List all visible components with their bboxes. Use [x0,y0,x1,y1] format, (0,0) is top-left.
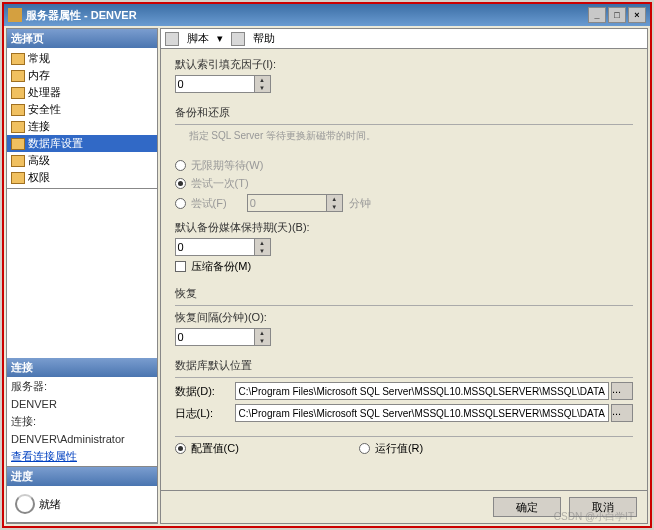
log-path-input[interactable]: C:\Program Files\Microsoft SQL Server\MS… [235,404,609,422]
data-browse-button[interactable]: ... [611,382,633,400]
radio-wait-indef[interactable] [175,160,186,171]
page-icon [11,155,25,167]
radio-try-once[interactable] [175,178,186,189]
page-icon [11,87,25,99]
page-icon [11,172,25,184]
try-for-input[interactable]: 0 [247,194,327,212]
page-icon [11,53,25,65]
sidebar-item-security[interactable]: 安全性 [7,101,157,118]
recovery-spinner[interactable]: ▲▼ [255,328,271,346]
server-value: DENVER [7,396,157,412]
sidebar-item-processors[interactable]: 处理器 [7,84,157,101]
watermark: CSDN @小白学IT [554,510,634,524]
default-location-label: 数据库默认位置 [175,358,633,373]
log-browse-button[interactable]: ... [611,404,633,422]
data-path-input[interactable]: C:\Program Files\Microsoft SQL Server\MS… [235,382,609,400]
sidebar-item-memory[interactable]: 内存 [7,67,157,84]
divider [175,377,633,378]
sidebar-item-database-settings[interactable]: 数据库设置 [7,135,157,152]
retain-label: 默认备份媒体保持期(天)(B): [175,220,633,235]
connection-label: 连接: [7,412,157,431]
sidebar: 选择页 常规 内存 处理器 安全性 连接 数据库设置 高级 权限 连接 服务器:… [6,28,158,524]
data-path-label: 数据(D): [175,384,235,399]
connection-value: DENVER\Administrator [7,431,157,447]
divider [175,124,633,125]
progress-header: 进度 [7,467,157,486]
page-icon [11,138,25,150]
dialog-window: 服务器属性 - DENVER _ □ × 选择页 常规 内存 处理器 安全性 连… [2,2,652,528]
sidebar-item-advanced[interactable]: 高级 [7,152,157,169]
running-value-radio[interactable] [359,443,370,454]
progress-status: 就绪 [39,497,61,512]
backup-hint: 指定 SQL Server 等待更换新磁带的时间。 [189,129,633,143]
page-icon [11,70,25,82]
restore-button[interactable]: □ [608,7,626,23]
connection-header: 连接 [7,358,157,377]
fill-factor-input[interactable]: 0 [175,75,255,93]
view-connection-link[interactable]: 查看连接属性 [7,447,157,466]
divider [175,305,633,306]
window-title: 服务器属性 - DENVER [26,8,137,23]
main-panel: 脚本 ▾ 帮助 默认索引填充因子(I): 0 ▲▼ 备份和还原 指定 SQL S… [160,28,648,524]
ok-button[interactable]: 确定 [493,497,561,517]
sidebar-item-connections[interactable]: 连接 [7,118,157,135]
script-icon [165,32,179,46]
log-path-label: 日志(L): [175,406,235,421]
radio-try-for[interactable] [175,198,186,209]
retain-input[interactable]: 0 [175,238,255,256]
titlebar[interactable]: 服务器属性 - DENVER _ □ × [4,4,650,26]
try-for-spinner[interactable]: ▲▼ [327,194,343,212]
server-label: 服务器: [7,377,157,396]
select-page-header: 选择页 [7,29,157,48]
close-button[interactable]: × [628,7,646,23]
fill-factor-spinner[interactable]: ▲▼ [255,75,271,93]
server-icon [8,8,22,22]
backup-section-label: 备份和还原 [175,105,633,120]
compress-checkbox[interactable] [175,261,186,272]
recovery-input[interactable]: 0 [175,328,255,346]
toolbar: 脚本 ▾ 帮助 [161,29,647,49]
fill-factor-label: 默认索引填充因子(I): [175,57,633,72]
sidebar-item-general[interactable]: 常规 [7,50,157,67]
divider [175,436,633,437]
sidebar-item-permissions[interactable]: 权限 [7,169,157,186]
script-dropdown[interactable]: 脚本 [187,31,209,46]
recovery-interval-label: 恢复间隔(分钟)(O): [175,310,633,325]
config-value-radio[interactable] [175,443,186,454]
page-icon [11,104,25,116]
help-icon [231,32,245,46]
recovery-section-label: 恢复 [175,286,633,301]
progress-spinner-icon [15,494,35,514]
retain-spinner[interactable]: ▲▼ [255,238,271,256]
page-icon [11,121,25,133]
help-button[interactable]: 帮助 [253,31,275,46]
minimize-button[interactable]: _ [588,7,606,23]
